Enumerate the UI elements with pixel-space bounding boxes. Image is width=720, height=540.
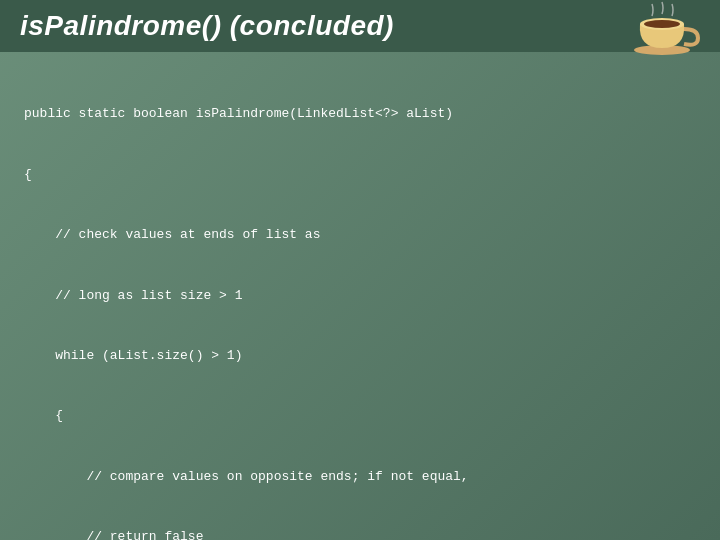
coffee-cup-image [630,0,700,56]
code-line-1: public static boolean isPalindrome(Linke… [24,104,696,124]
code-line-7: // compare values on opposite ends; if n… [24,467,696,487]
content-area: public static boolean isPalindrome(Linke… [0,52,720,540]
svg-point-2 [644,20,680,28]
code-line-8: // return false [24,527,696,540]
code-line-4: // long as list size > 1 [24,286,696,306]
slide-title: isPalindrome() (concluded) [20,10,394,42]
code-line-3: // check values at ends of list as [24,225,696,245]
code-line-5: while (aList.size() > 1) [24,346,696,366]
title-bar: isPalindrome() (concluded) [0,0,720,52]
code-line-6: { [24,406,696,426]
code-block: public static boolean isPalindrome(Linke… [24,64,696,540]
slide: isPalindrome() (concluded) [0,0,720,540]
code-line-2: { [24,165,696,185]
